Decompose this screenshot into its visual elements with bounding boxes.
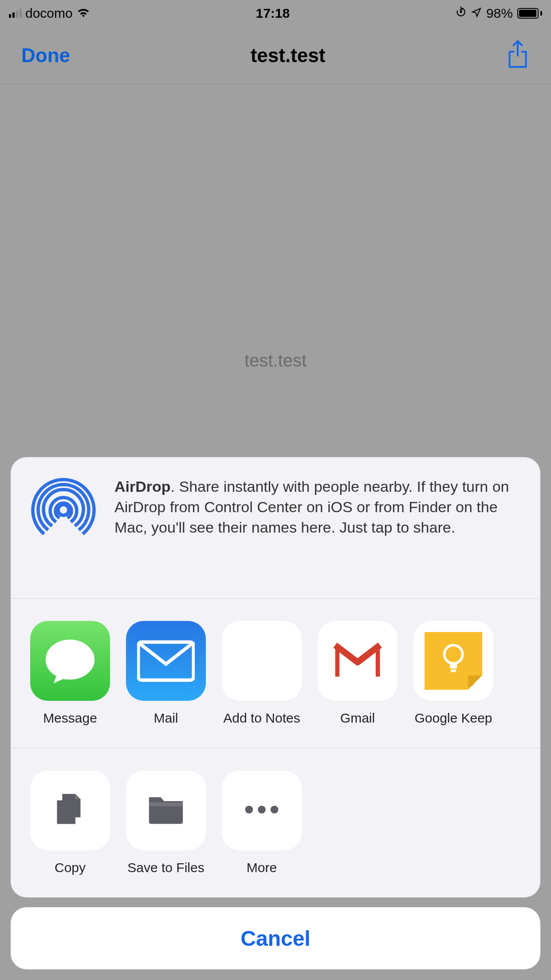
share-app-label: Mail bbox=[153, 711, 178, 726]
action-label: Copy bbox=[55, 860, 86, 875]
copy-icon bbox=[30, 771, 110, 850]
share-app-notes[interactable]: Add to Notes bbox=[222, 621, 302, 726]
cancel-label: Cancel bbox=[240, 926, 310, 951]
airdrop-body: . Share instantly with people nearby. If… bbox=[114, 478, 509, 536]
share-sheet-overlay: AirDrop. Share instantly with people nea… bbox=[0, 0, 551, 980]
svg-point-9 bbox=[271, 806, 279, 814]
more-icon bbox=[222, 771, 302, 850]
airdrop-icon bbox=[30, 477, 97, 545]
share-app-keep[interactable]: Google Keep bbox=[413, 621, 493, 726]
action-label: Save to Files bbox=[127, 860, 204, 875]
gmail-icon bbox=[318, 621, 398, 701]
airdrop-section[interactable]: AirDrop. Share instantly with people nea… bbox=[11, 457, 540, 599]
action-copy[interactable]: Copy bbox=[30, 771, 110, 875]
svg-point-1 bbox=[58, 505, 69, 515]
svg-point-8 bbox=[258, 806, 266, 814]
action-label: More bbox=[247, 860, 277, 875]
share-app-mail[interactable]: Mail bbox=[126, 621, 206, 726]
mail-icon bbox=[126, 621, 206, 701]
share-actions-row[interactable]: Copy Save to Files More bbox=[11, 748, 540, 897]
share-app-label: Gmail bbox=[340, 711, 375, 726]
messages-icon bbox=[30, 621, 110, 701]
airdrop-description: AirDrop. Share instantly with people nea… bbox=[114, 477, 521, 545]
cancel-button[interactable]: Cancel bbox=[11, 907, 540, 969]
svg-rect-4 bbox=[451, 669, 456, 672]
folder-icon bbox=[126, 771, 206, 850]
share-app-message[interactable]: Message bbox=[30, 621, 110, 726]
notes-icon bbox=[222, 621, 302, 701]
share-app-gmail[interactable]: Gmail bbox=[318, 621, 398, 726]
svg-rect-5 bbox=[57, 800, 75, 824]
action-save-files[interactable]: Save to Files bbox=[126, 771, 206, 875]
svg-rect-6 bbox=[149, 802, 183, 806]
svg-point-7 bbox=[245, 806, 253, 814]
share-app-label: Message bbox=[43, 711, 97, 726]
share-app-label: Add to Notes bbox=[223, 711, 300, 726]
svg-point-3 bbox=[444, 645, 462, 664]
airdrop-title: AirDrop bbox=[114, 478, 171, 495]
share-apps-row[interactable]: Message Mail Add to Notes bbox=[11, 599, 540, 748]
google-keep-icon bbox=[413, 621, 493, 701]
share-app-label: Google Keep bbox=[414, 711, 492, 726]
action-more[interactable]: More bbox=[222, 771, 302, 875]
share-sheet: AirDrop. Share instantly with people nea… bbox=[11, 457, 540, 897]
